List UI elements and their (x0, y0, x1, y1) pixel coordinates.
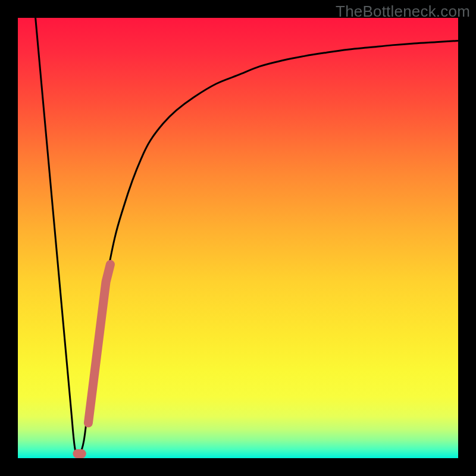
plot-area (18, 18, 458, 458)
chart-svg (18, 18, 458, 458)
bottleneck-curve (36, 18, 458, 455)
outer-frame: TheBottleneck.com (0, 0, 476, 476)
highlight-rise (88, 264, 110, 422)
